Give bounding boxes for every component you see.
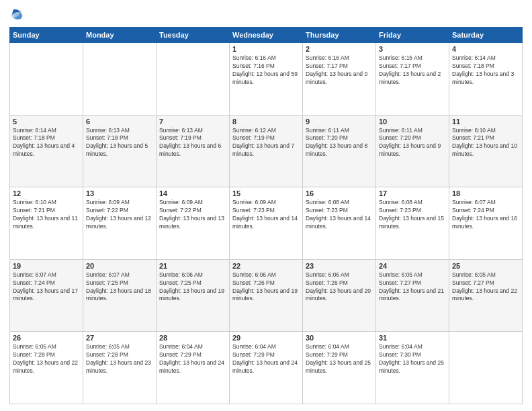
calendar-cell bbox=[83, 43, 157, 116]
day-number: 15 bbox=[232, 189, 300, 197]
day-number: 16 bbox=[306, 189, 373, 197]
day-info: Sunrise: 6:05 AMSunset: 7:27 PMDaylight:… bbox=[379, 271, 446, 304]
day-number: 4 bbox=[452, 45, 519, 53]
day-header-friday: Friday bbox=[376, 28, 449, 43]
day-info: Sunrise: 6:09 AMSunset: 7:22 PMDaylight:… bbox=[159, 199, 226, 231]
calendar-cell: 23Sunrise: 6:06 AMSunset: 7:26 PMDayligh… bbox=[303, 259, 376, 332]
day-number: 8 bbox=[232, 118, 300, 126]
calendar-table: SundayMondayTuesdayWednesdayThursdayFrid… bbox=[9, 27, 523, 404]
calendar-cell: 16Sunrise: 6:08 AMSunset: 7:23 PMDayligh… bbox=[303, 187, 376, 260]
day-info: Sunrise: 6:04 AMSunset: 7:29 PMDaylight:… bbox=[159, 343, 226, 375]
calendar-cell: 25Sunrise: 6:05 AMSunset: 7:27 PMDayligh… bbox=[449, 259, 523, 332]
day-info: Sunrise: 6:04 AMSunset: 7:29 PMDaylight:… bbox=[232, 343, 300, 375]
day-number: 10 bbox=[379, 118, 446, 126]
calendar-cell: 6Sunrise: 6:13 AMSunset: 7:18 PMDaylight… bbox=[83, 115, 157, 187]
day-number: 7 bbox=[159, 118, 226, 126]
day-info: Sunrise: 6:11 AMSunset: 7:20 PMDaylight:… bbox=[306, 127, 373, 159]
day-info: Sunrise: 6:16 AMSunset: 7:16 PMDaylight:… bbox=[232, 54, 300, 87]
day-number: 28 bbox=[159, 334, 226, 342]
day-number: 11 bbox=[452, 118, 519, 126]
day-number: 30 bbox=[306, 334, 373, 342]
day-info: Sunrise: 6:12 AMSunset: 7:19 PMDaylight:… bbox=[232, 127, 300, 159]
day-info: Sunrise: 6:04 AMSunset: 7:30 PMDaylight:… bbox=[379, 343, 446, 375]
calendar-cell: 5Sunrise: 6:14 AMSunset: 7:18 PMDaylight… bbox=[10, 115, 83, 187]
day-info: Sunrise: 6:16 AMSunset: 7:17 PMDaylight:… bbox=[306, 54, 373, 87]
calendar-cell: 26Sunrise: 6:05 AMSunset: 7:28 PMDayligh… bbox=[10, 332, 83, 404]
day-header-sunday: Sunday bbox=[10, 28, 83, 43]
day-info: Sunrise: 6:09 AMSunset: 7:22 PMDaylight:… bbox=[86, 199, 153, 231]
day-info: Sunrise: 6:13 AMSunset: 7:18 PMDaylight:… bbox=[86, 127, 153, 159]
calendar-cell: 30Sunrise: 6:04 AMSunset: 7:29 PMDayligh… bbox=[303, 332, 376, 404]
day-info: Sunrise: 6:10 AMSunset: 7:21 PMDaylight:… bbox=[452, 127, 519, 159]
day-info: Sunrise: 6:08 AMSunset: 7:23 PMDaylight:… bbox=[379, 199, 446, 231]
calendar-week-row: 12Sunrise: 6:10 AMSunset: 7:21 PMDayligh… bbox=[10, 187, 523, 260]
day-info: Sunrise: 6:07 AMSunset: 7:24 PMDaylight:… bbox=[13, 271, 80, 304]
calendar-week-row: 5Sunrise: 6:14 AMSunset: 7:18 PMDaylight… bbox=[10, 115, 523, 187]
calendar-cell: 11Sunrise: 6:10 AMSunset: 7:21 PMDayligh… bbox=[449, 115, 523, 187]
day-info: Sunrise: 6:08 AMSunset: 7:23 PMDaylight:… bbox=[306, 199, 373, 231]
day-header-saturday: Saturday bbox=[449, 28, 523, 43]
calendar-cell: 3Sunrise: 6:15 AMSunset: 7:17 PMDaylight… bbox=[376, 43, 449, 116]
page: SundayMondayTuesdayWednesdayThursdayFrid… bbox=[0, 0, 532, 411]
calendar-cell: 2Sunrise: 6:16 AMSunset: 7:17 PMDaylight… bbox=[303, 43, 376, 116]
day-info: Sunrise: 6:13 AMSunset: 7:19 PMDaylight:… bbox=[159, 127, 226, 159]
calendar-cell bbox=[10, 43, 83, 116]
calendar-cell: 22Sunrise: 6:06 AMSunset: 7:26 PMDayligh… bbox=[230, 259, 303, 332]
calendar-cell: 19Sunrise: 6:07 AMSunset: 7:24 PMDayligh… bbox=[10, 259, 83, 332]
day-number: 22 bbox=[232, 262, 300, 270]
day-info: Sunrise: 6:05 AMSunset: 7:28 PMDaylight:… bbox=[13, 343, 80, 375]
calendar-cell: 20Sunrise: 6:07 AMSunset: 7:25 PMDayligh… bbox=[83, 259, 157, 332]
day-header-monday: Monday bbox=[83, 28, 157, 43]
calendar-cell: 27Sunrise: 6:05 AMSunset: 7:28 PMDayligh… bbox=[83, 332, 157, 404]
calendar-week-row: 26Sunrise: 6:05 AMSunset: 7:28 PMDayligh… bbox=[10, 332, 523, 404]
day-number: 18 bbox=[452, 189, 519, 197]
day-info: Sunrise: 6:14 AMSunset: 7:18 PMDaylight:… bbox=[13, 127, 80, 159]
calendar-cell: 14Sunrise: 6:09 AMSunset: 7:22 PMDayligh… bbox=[157, 187, 230, 260]
day-info: Sunrise: 6:15 AMSunset: 7:17 PMDaylight:… bbox=[379, 54, 446, 87]
day-number: 24 bbox=[379, 262, 446, 270]
day-number: 3 bbox=[379, 45, 446, 53]
calendar-cell: 4Sunrise: 6:14 AMSunset: 7:18 PMDaylight… bbox=[449, 43, 523, 116]
day-number: 17 bbox=[379, 189, 446, 197]
header bbox=[9, 7, 523, 21]
calendar-cell: 15Sunrise: 6:09 AMSunset: 7:23 PMDayligh… bbox=[230, 187, 303, 260]
day-number: 20 bbox=[86, 262, 153, 270]
day-number: 1 bbox=[232, 45, 300, 53]
calendar-cell: 21Sunrise: 6:06 AMSunset: 7:25 PMDayligh… bbox=[157, 259, 230, 332]
day-number: 14 bbox=[159, 189, 226, 197]
logo-icon bbox=[9, 7, 24, 21]
day-number: 27 bbox=[86, 334, 153, 342]
day-number: 5 bbox=[13, 118, 80, 126]
calendar-cell: 28Sunrise: 6:04 AMSunset: 7:29 PMDayligh… bbox=[157, 332, 230, 404]
calendar-cell: 10Sunrise: 6:11 AMSunset: 7:20 PMDayligh… bbox=[376, 115, 449, 187]
day-info: Sunrise: 6:05 AMSunset: 7:28 PMDaylight:… bbox=[86, 343, 153, 375]
calendar-cell: 29Sunrise: 6:04 AMSunset: 7:29 PMDayligh… bbox=[230, 332, 303, 404]
day-info: Sunrise: 6:14 AMSunset: 7:18 PMDaylight:… bbox=[452, 54, 519, 87]
day-info: Sunrise: 6:06 AMSunset: 7:26 PMDaylight:… bbox=[306, 271, 373, 304]
day-info: Sunrise: 6:09 AMSunset: 7:23 PMDaylight:… bbox=[232, 199, 300, 231]
day-info: Sunrise: 6:07 AMSunset: 7:24 PMDaylight:… bbox=[452, 199, 519, 231]
day-number: 23 bbox=[306, 262, 373, 270]
day-number: 19 bbox=[13, 262, 80, 270]
day-number: 29 bbox=[232, 334, 300, 342]
logo bbox=[9, 7, 28, 21]
calendar-cell: 24Sunrise: 6:05 AMSunset: 7:27 PMDayligh… bbox=[376, 259, 449, 332]
calendar-cell: 13Sunrise: 6:09 AMSunset: 7:22 PMDayligh… bbox=[83, 187, 157, 260]
calendar-week-row: 19Sunrise: 6:07 AMSunset: 7:24 PMDayligh… bbox=[10, 259, 523, 332]
day-number: 9 bbox=[306, 118, 373, 126]
day-number: 31 bbox=[379, 334, 446, 342]
calendar-cell: 7Sunrise: 6:13 AMSunset: 7:19 PMDaylight… bbox=[157, 115, 230, 187]
calendar-cell: 8Sunrise: 6:12 AMSunset: 7:19 PMDaylight… bbox=[230, 115, 303, 187]
calendar-cell bbox=[449, 332, 523, 404]
day-info: Sunrise: 6:06 AMSunset: 7:26 PMDaylight:… bbox=[232, 271, 300, 304]
day-header-tuesday: Tuesday bbox=[157, 28, 230, 43]
day-info: Sunrise: 6:04 AMSunset: 7:29 PMDaylight:… bbox=[306, 343, 373, 375]
day-number: 21 bbox=[159, 262, 226, 270]
calendar-cell: 31Sunrise: 6:04 AMSunset: 7:30 PMDayligh… bbox=[376, 332, 449, 404]
calendar-cell: 12Sunrise: 6:10 AMSunset: 7:21 PMDayligh… bbox=[10, 187, 83, 260]
calendar-cell bbox=[157, 43, 230, 116]
calendar-cell: 9Sunrise: 6:11 AMSunset: 7:20 PMDaylight… bbox=[303, 115, 376, 187]
day-number: 2 bbox=[306, 45, 373, 53]
day-number: 12 bbox=[13, 189, 80, 197]
day-header-thursday: Thursday bbox=[303, 28, 376, 43]
